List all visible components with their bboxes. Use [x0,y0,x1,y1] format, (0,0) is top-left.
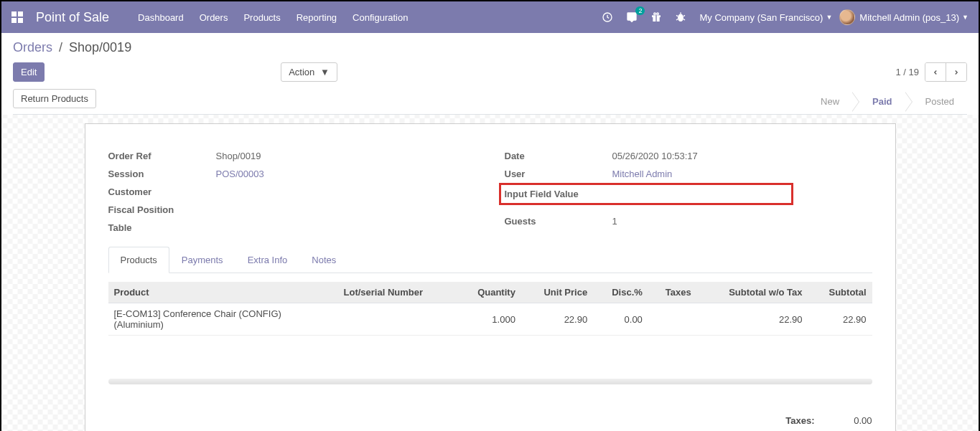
value-order-ref: Shop/0019 [216,151,476,161]
breadcrumb-sep: / [59,40,62,55]
app-brand[interactable]: Point of Sale [36,10,109,25]
totals: Taxes: 0.00 Total: 22.90 [743,413,872,431]
breadcrumb-parent[interactable]: Orders [13,40,52,55]
pager-text[interactable]: 1 / 19 [895,67,919,77]
sheet-background: Order Ref Shop/0019 Session POS/00003 Cu… [1,115,979,431]
form-sheet: Order Ref Shop/0019 Session POS/00003 Cu… [85,123,896,431]
nav-dashboard[interactable]: Dashboard [138,12,184,23]
company-switcher[interactable]: My Company (San Francisco) ▼ [699,12,832,23]
label-fiscal: Fiscal Position [108,204,216,215]
th-qty: Quantity [457,282,521,303]
value-fiscal [216,204,476,215]
nav-reporting[interactable]: Reporting [297,12,337,23]
clock-icon[interactable] [602,11,613,23]
status-arrow-icon [852,92,859,112]
status-new[interactable]: New [808,90,852,113]
value-table [216,222,476,233]
value-guests: 1 [612,216,872,227]
label-customer: Customer [108,186,216,197]
status-paid[interactable]: Paid [859,90,905,113]
taxes-value: 0.00 [829,415,872,426]
th-lot: Lot/serial Number [338,282,457,303]
cell-price: 22.90 [521,303,593,336]
cell-lot [338,303,457,336]
caret-down-icon: ▼ [320,67,330,77]
user-menu[interactable]: Mitchell Admin (pos_13) ▼ [839,9,969,25]
control-bar: Orders / Shop/0019 Edit Action ▼ 1 / 19 … [1,33,979,115]
tab-products[interactable]: Products [108,247,169,273]
highlighted-row: Input Field Value [499,183,793,205]
tab-notes[interactable]: Notes [299,247,348,273]
order-lines-table: Product Lot/serial Number Quantity Unit … [108,282,872,336]
nav-products[interactable]: Products [243,12,280,23]
nav-orders[interactable]: Orders [200,12,228,23]
svg-point-6 [678,14,683,22]
th-disc: Disc.% [593,282,648,303]
form-right-col: Date 05/26/2020 10:53:17 User Mitchell A… [505,147,872,237]
breadcrumb-current: Shop/0019 [69,40,131,55]
action-label: Action [289,67,314,77]
cell-disc: 0.00 [593,303,648,336]
bug-icon[interactable] [675,11,686,23]
th-taxes: Taxes [648,282,697,303]
messages-icon[interactable]: 2 [626,11,638,23]
tabs: Products Payments Extra Info Notes [108,247,872,273]
status-bar: New Paid Posted [808,90,967,113]
table-row[interactable]: [E-COM13] Conference Chair (CONFIG) (Alu… [108,303,872,336]
cell-taxes [648,303,697,336]
avatar [839,9,855,25]
form-left-col: Order Ref Shop/0019 Session POS/00003 Cu… [108,147,476,237]
value-customer [216,186,476,197]
cell-product: [E-COM13] Conference Chair (CONFIG) (Alu… [108,303,338,336]
gift-icon[interactable] [650,11,662,23]
pager: 1 / 19 [895,62,967,82]
action-dropdown[interactable]: Action ▼ [281,62,337,82]
svg-point-5 [657,13,659,15]
value-date: 05/26/2020 10:53:17 [612,151,872,161]
company-name: My Company (San Francisco) [699,12,823,23]
label-date: Date [505,151,612,161]
th-product: Product [108,282,338,303]
tab-extra-info[interactable]: Extra Info [235,247,300,273]
svg-rect-3 [656,15,657,22]
th-sub-wo: Subtotal w/o Tax [697,282,808,303]
apps-icon[interactable] [11,11,23,23]
label-order-ref: Order Ref [108,151,216,161]
label-user: User [505,169,612,179]
cell-sub: 22.90 [808,303,872,336]
th-price: Unit Price [521,282,593,303]
pager-prev[interactable] [925,63,946,81]
top-navbar: Point of Sale Dashboard Orders Products … [1,1,979,33]
pager-next[interactable] [946,63,966,81]
user-name: Mitchell Admin (pos_13) [859,12,959,23]
label-guests: Guests [505,216,612,227]
value-input-field-value [612,189,791,199]
status-posted[interactable]: Posted [913,90,967,113]
edit-button[interactable]: Edit [13,62,45,82]
nav-configuration[interactable]: Configuration [353,12,408,23]
caret-down-icon: ▼ [962,14,969,21]
messages-badge: 2 [635,6,645,15]
th-sub: Subtotal [808,282,872,303]
value-session[interactable]: POS/00003 [216,169,476,179]
value-user[interactable]: Mitchell Admin [612,169,872,179]
return-products-button[interactable]: Return Products [13,89,96,108]
tab-payments[interactable]: Payments [169,247,235,273]
cell-sub-wo: 22.90 [697,303,808,336]
svg-point-4 [654,13,656,15]
caret-down-icon: ▼ [826,14,832,21]
label-table: Table [108,222,216,233]
status-arrow-icon [905,92,913,112]
breadcrumb: Orders / Shop/0019 [13,40,967,55]
taxes-label: Taxes: [743,415,829,426]
label-session: Session [108,169,216,179]
horizontal-scrollbar[interactable] [108,379,872,384]
cell-qty: 1.000 [457,303,521,336]
label-input-field-value: Input Field Value [505,189,612,199]
